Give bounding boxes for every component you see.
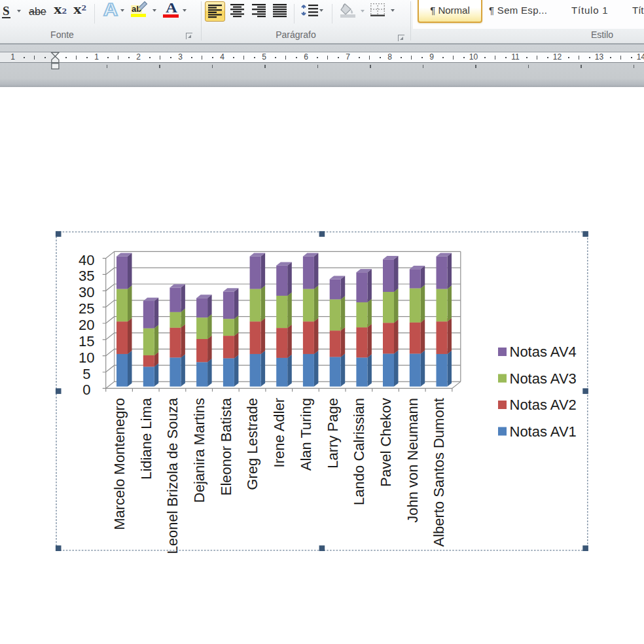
svg-text:Lando Calrissian: Lando Calrissian bbox=[351, 398, 367, 505]
svg-text:40: 40 bbox=[79, 252, 94, 268]
svg-text:5: 5 bbox=[82, 366, 90, 382]
svg-text:Pavel Chekov: Pavel Chekov bbox=[378, 398, 394, 487]
svg-text:Notas AV1: Notas AV1 bbox=[510, 423, 577, 440]
svg-text:10: 10 bbox=[79, 349, 94, 366]
svg-text:Lidiane Lima: Lidiane Lima bbox=[138, 397, 154, 480]
svg-text:30: 30 bbox=[79, 284, 94, 300]
svg-text:Greg Lestrade: Greg Lestrade bbox=[244, 398, 260, 490]
svg-text:Leonel Brizola de Souza: Leonel Brizola de Souza bbox=[164, 397, 181, 554]
svg-text:Notas AV2: Notas AV2 bbox=[510, 397, 577, 413]
svg-text:Irene Adler: Irene Adler bbox=[271, 398, 287, 467]
svg-text:Notas AV4: Notas AV4 bbox=[510, 344, 577, 360]
svg-text:15: 15 bbox=[79, 333, 94, 349]
svg-text:John von Neumann: John von Neumann bbox=[404, 398, 421, 523]
svg-text:Alan Turing: Alan Turing bbox=[298, 398, 314, 471]
svg-text:Notas AV3: Notas AV3 bbox=[510, 370, 577, 387]
svg-text:Alberto Santos Dumont: Alberto Santos Dumont bbox=[431, 398, 447, 546]
svg-text:Eleonor Batista: Eleonor Batista bbox=[218, 397, 234, 495]
svg-text:Larry Page: Larry Page bbox=[325, 398, 341, 469]
svg-text:20: 20 bbox=[79, 317, 94, 333]
svg-text:Marcelo Montenegro: Marcelo Montenegro bbox=[111, 398, 128, 530]
svg-text:0: 0 bbox=[82, 382, 90, 398]
svg-text:25: 25 bbox=[79, 300, 94, 317]
svg-text:Dejanira Martins: Dejanira Martins bbox=[191, 398, 207, 503]
svg-text:35: 35 bbox=[79, 268, 94, 284]
